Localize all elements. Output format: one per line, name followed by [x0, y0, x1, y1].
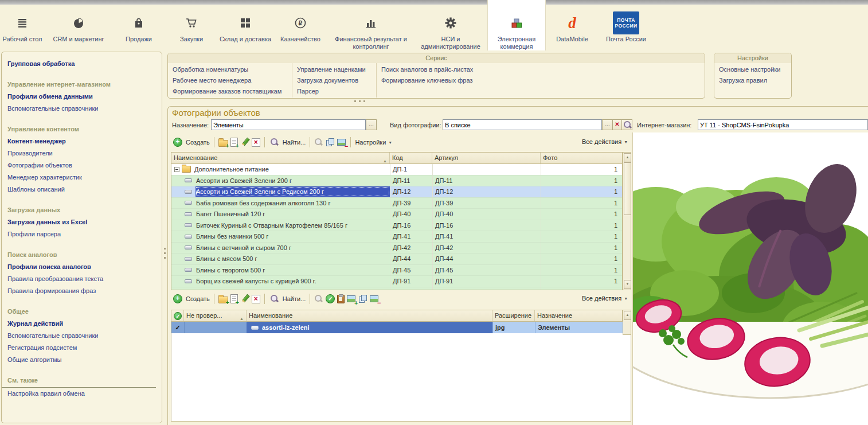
clipboard-icon[interactable]: [337, 295, 345, 303]
delete-icon[interactable]: [252, 295, 260, 303]
service-command[interactable]: Обработка номенклатуры: [173, 64, 287, 75]
view-filter-input[interactable]: [443, 119, 602, 130]
settings-command[interactable]: Загрузка правил: [719, 75, 787, 86]
remove-image-icon[interactable]: [370, 294, 379, 303]
all-actions-button-top[interactable]: Все действия ▼: [582, 138, 628, 145]
column-header-extension[interactable]: Расширение: [492, 310, 535, 321]
table-row[interactable]: Дополнительное питание ДП-1 1: [171, 164, 622, 176]
edit-pencil-icon[interactable]: [240, 138, 249, 147]
settings-command[interactable]: Основные настройки: [719, 64, 787, 75]
tab-nsi-administration[interactable]: НСИ и администрирование: [414, 5, 487, 50]
column-header-code[interactable]: Код: [390, 153, 432, 163]
column-header-article[interactable]: Артикул: [432, 153, 541, 163]
table-row[interactable]: Борщ из свежей капусты с курицей 900 г. …: [171, 276, 622, 287]
column-header-not-checked[interactable]: Не провер... ▲: [184, 310, 247, 321]
table-row[interactable]: Ассорти из Свежей Зелени 200 г ДП-11 ДП-…: [171, 176, 622, 187]
purpose-filter-input[interactable]: [211, 119, 366, 130]
find-button[interactable]: Найти...: [268, 138, 307, 147]
sidebar-item[interactable]: Управление контентом: [2, 123, 162, 135]
copy-windows-icon[interactable]: [358, 294, 367, 303]
sidebar-item[interactable]: Вспомогательные справочники: [2, 330, 162, 342]
files-scrollbar[interactable]: ▲: [623, 310, 631, 335]
edit-pencil-icon[interactable]: [240, 294, 249, 303]
panel-splitter-handle[interactable]: [354, 100, 369, 103]
tab-treasury[interactable]: ₽ Казначейство: [273, 5, 328, 50]
scroll-up-button[interactable]: ▲: [624, 153, 631, 162]
scrollbar-thumb[interactable]: [624, 162, 631, 215]
remove-image-icon[interactable]: [337, 138, 346, 147]
service-command[interactable]: Управление наценками: [297, 64, 372, 75]
table-row[interactable]: Биточек Куриный с Отварным Картофелем 85…: [171, 220, 622, 232]
sidebar-item[interactable]: Фотографии объектов: [2, 159, 162, 171]
sidebar-item[interactable]: Журнал действий: [2, 318, 162, 330]
tab-crm-marketing[interactable]: CRM и маркетинг: [45, 5, 112, 50]
sidebar-item[interactable]: Общие алгоритмы: [2, 354, 162, 366]
sidebar-item[interactable]: Профили парсера: [2, 228, 162, 240]
table-row[interactable]: Блины с мясом 500 г ДП-44 ДП-44 1: [171, 254, 622, 265]
sidebar-item[interactable]: Загрузка данных: [2, 204, 162, 216]
view-search-button[interactable]: [621, 119, 632, 130]
sidebar-item[interactable]: Управление интернет-магазином: [2, 79, 162, 91]
view-ellipsis-button[interactable]: ...: [602, 119, 613, 130]
sidebar-item[interactable]: Групповая обработка: [2, 58, 162, 70]
cancel-search-icon[interactable]: [314, 138, 323, 147]
table-row[interactable]: Бублики х 100 ДП-46 ДП-46 1: [171, 287, 622, 291]
column-header-photo[interactable]: Фото: [541, 153, 622, 163]
copy-windows-icon[interactable]: [326, 138, 335, 147]
sidebar-item[interactable]: Производители: [2, 147, 162, 159]
check-verify-icon[interactable]: [326, 294, 335, 303]
table-row[interactable]: Блины с творогом 500 г ДП-45 ДП-45 1: [171, 265, 622, 276]
catalog-scrollbar[interactable]: ▲ ▼: [623, 152, 631, 290]
settings-menu-button[interactable]: Настройки ▼: [354, 139, 393, 146]
sidebar-item[interactable]: Правила преобразования текста: [2, 273, 162, 285]
sidebar-item[interactable]: Поиск аналогов: [2, 249, 162, 261]
column-header-checked[interactable]: [171, 310, 184, 321]
add-image-icon[interactable]: [347, 294, 356, 303]
table-row[interactable]: Багет Пшеничный 120 г ДП-40 ДП-40 1: [171, 209, 622, 220]
table-row[interactable]: Ассорти из Свежей Зелени с Редисом 200 г…: [171, 186, 622, 198]
service-command[interactable]: Парсер: [297, 86, 372, 97]
sidebar-item[interactable]: Контент-менеджер: [2, 135, 162, 147]
sidebar-item[interactable]: Правила формирования фраз: [2, 285, 162, 297]
view-clear-button[interactable]: ✕: [612, 119, 622, 130]
create-group-icon[interactable]: [218, 140, 228, 147]
sidebar-item[interactable]: Шаблоны описаний: [2, 184, 162, 196]
tab-russian-post[interactable]: ПОЧТАРОССИИ Почта России: [599, 5, 654, 50]
tab-datamobile[interactable]: d DataMobile: [546, 5, 599, 50]
all-actions-button-bottom[interactable]: Все действия ▼: [582, 295, 628, 302]
column-header-name[interactable]: Наименование ▲: [171, 153, 390, 163]
cancel-search-icon[interactable]: [314, 294, 323, 303]
scroll-up-button[interactable]: ▲: [624, 311, 631, 320]
service-command[interactable]: Рабочее место менеджера: [173, 75, 287, 86]
service-command[interactable]: Поиск аналогов в прайс-листах: [381, 64, 700, 75]
table-row[interactable]: Блины без начинки 500 г ДП-41 ДП-41 1: [171, 231, 622, 243]
shop-filter-input[interactable]: [698, 119, 868, 130]
sidebar-splitter-handle[interactable]: [164, 248, 166, 263]
column-header-purpose[interactable]: Назначение: [535, 310, 622, 321]
table-row[interactable]: Баба ромовая без содержания алкоголя 130…: [171, 198, 622, 209]
service-command[interactable]: Формирование заказов поставщикам: [173, 86, 287, 97]
sidebar-item[interactable]: Профили поиска аналогов: [2, 261, 162, 273]
sidebar-item[interactable]: Загрузка данных из Excel: [2, 216, 162, 228]
sidebar-item[interactable]: Менеджер характеристик: [2, 171, 162, 184]
find-button[interactable]: Найти...: [268, 294, 307, 303]
copy-item-icon[interactable]: [230, 138, 238, 147]
purpose-ellipsis-button[interactable]: ...: [366, 119, 377, 130]
tree-collapse-icon[interactable]: [174, 167, 179, 172]
table-row[interactable]: Блины с ветчиной и сыром 700 г ДП-42 ДП-…: [171, 243, 622, 254]
sidebar-item[interactable]: Настройка правил обмена: [2, 388, 162, 400]
sidebar-item[interactable]: Общее: [2, 306, 162, 318]
create-group-icon[interactable]: [218, 297, 228, 303]
tab-financial-result[interactable]: Финансовый результат и контроллинг: [328, 5, 414, 50]
tab-warehouse-delivery[interactable]: Склад и доставка: [218, 5, 273, 50]
create-button[interactable]: Создать: [171, 294, 211, 303]
sidebar-item[interactable]: Регистрация подсистем: [2, 342, 162, 354]
tab-ecommerce[interactable]: Электронная коммерция: [487, 0, 546, 50]
copy-item-icon[interactable]: [230, 294, 238, 303]
scroll-down-button[interactable]: ▼: [624, 280, 631, 289]
create-button[interactable]: Создать: [171, 138, 211, 147]
tab-sales[interactable]: Продажи: [112, 5, 165, 50]
delete-icon[interactable]: [252, 138, 260, 147]
sidebar-item[interactable]: Профили обмена данными: [2, 91, 162, 103]
column-header-file-name[interactable]: Наименование: [247, 310, 492, 321]
